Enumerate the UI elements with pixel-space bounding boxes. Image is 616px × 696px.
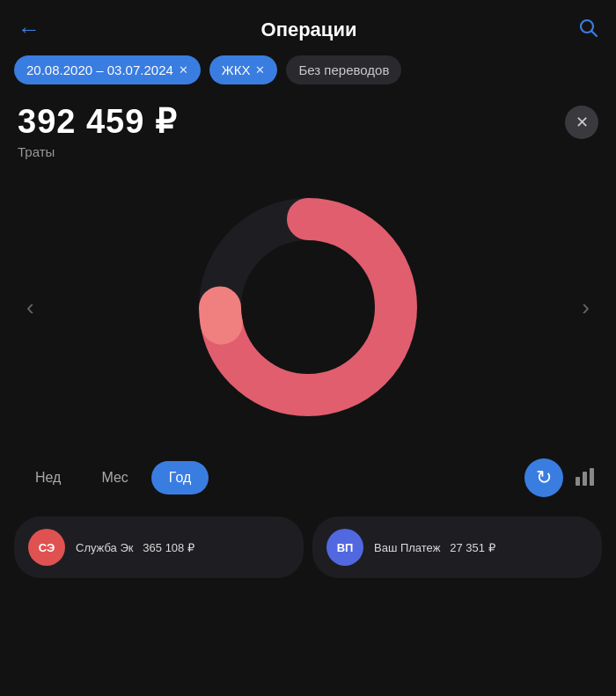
- search-icon[interactable]: [577, 17, 598, 43]
- bar-chart-button[interactable]: [574, 465, 598, 491]
- filter-no-transfers[interactable]: Без переводов: [286, 55, 401, 84]
- card-info-service-ek: Служба Эк 365 108 ₽: [76, 541, 194, 554]
- tabs-left: Нед Мес Год: [18, 461, 209, 495]
- card-name-your-payment: Ваш Платеж 27 351 ₽: [374, 541, 495, 554]
- avatar-your-payment: ВП: [326, 529, 363, 566]
- filter-category-label: ЖКХ: [222, 62, 251, 77]
- svg-rect-7: [590, 468, 594, 486]
- period-tabs: Нед Мес Год ↻: [0, 448, 616, 508]
- card-your-payment[interactable]: ВП Ваш Платеж 27 351 ₽: [312, 517, 602, 578]
- card-name-service-ek: Служба Эк 365 108 ₽: [76, 541, 194, 554]
- filter-date-close[interactable]: ✕: [179, 63, 188, 77]
- card-service-ek[interactable]: СЭ Служба Эк 365 108 ₽: [14, 517, 304, 578]
- filter-category[interactable]: ЖКХ ✕: [209, 55, 278, 84]
- tab-week[interactable]: Нед: [18, 461, 78, 495]
- close-amount-button[interactable]: ✕: [565, 106, 598, 139]
- chart-prev-button[interactable]: ‹: [9, 276, 52, 339]
- card-info-your-payment: Ваш Платеж 27 351 ₽: [374, 541, 495, 554]
- svg-line-1: [591, 31, 597, 36]
- back-icon[interactable]: ←: [18, 16, 40, 43]
- header: ← Операции: [0, 0, 616, 55]
- chart-area: ‹ ›: [9, 166, 607, 448]
- page-title: Операции: [261, 18, 357, 41]
- avatar-service-ek: СЭ: [28, 529, 65, 566]
- filters-bar: 20.08.2020 – 03.07.2024 ✕ ЖКХ ✕ Без пере…: [0, 55, 616, 99]
- filter-date-label: 20.08.2020 – 03.07.2024: [26, 62, 173, 77]
- filter-category-close[interactable]: ✕: [255, 63, 265, 77]
- tab-year[interactable]: Год: [151, 461, 209, 495]
- svg-rect-5: [576, 477, 580, 486]
- refresh-button[interactable]: ↻: [524, 458, 563, 497]
- filter-date-range[interactable]: 20.08.2020 – 03.07.2024 ✕: [14, 55, 201, 84]
- tab-month[interactable]: Мес: [84, 461, 145, 495]
- bottom-cards: СЭ Служба Эк 365 108 ₽ ВП Ваш Платеж 27 …: [0, 508, 616, 587]
- donut-chart: [194, 193, 422, 421]
- amount-section: 392 459 ₽ Траты ✕: [0, 99, 616, 166]
- amount-value: 392 459 ₽: [18, 102, 177, 141]
- chart-next-button[interactable]: ›: [564, 276, 607, 339]
- amount-block: 392 459 ₽ Траты: [18, 102, 177, 159]
- tabs-right: ↻: [524, 458, 598, 497]
- svg-rect-6: [583, 472, 587, 486]
- amount-label: Траты: [18, 144, 177, 159]
- refresh-icon: ↻: [536, 468, 552, 487]
- filter-no-transfers-label: Без переводов: [298, 62, 389, 77]
